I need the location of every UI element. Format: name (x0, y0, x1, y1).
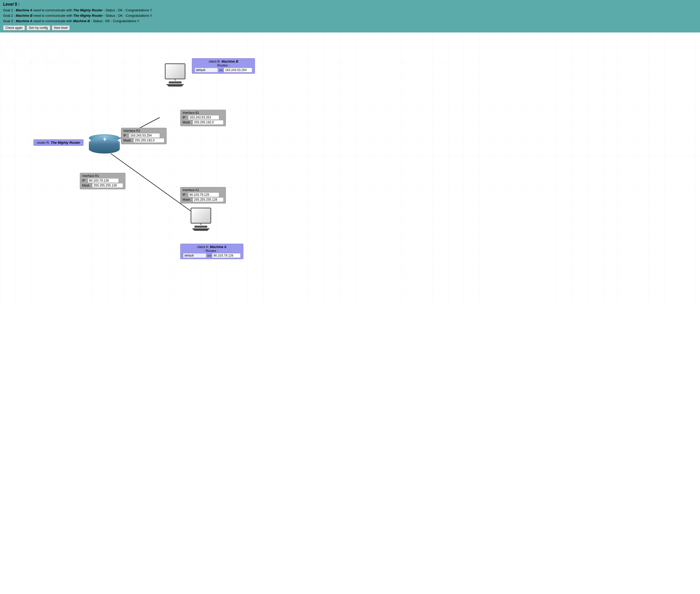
client-b-route-src[interactable] (195, 68, 218, 72)
client-a-route-dest[interactable] (212, 253, 240, 258)
action-buttons: Check again Get my config Next level (3, 25, 697, 30)
interface-b1-ip-row: IP : (182, 115, 224, 120)
interface-a1-ip-label: IP : (182, 193, 187, 197)
interface-b1-ip-label: IP : (182, 116, 187, 119)
get-config-button[interactable]: Get my config (27, 25, 50, 30)
interface-b1-box: Interface B1 IP : Mask : (180, 110, 226, 126)
next-level-button[interactable]: Next level (52, 25, 70, 30)
interface-r2-mask-label: Mask : (123, 139, 132, 142)
client-a-label: client A: (197, 245, 209, 249)
interface-b1-mask-label: Mask : (182, 121, 192, 124)
level-title: Level 5 : (3, 2, 697, 7)
network-canvas: router R: The Mighty Router ✦ Interface … (0, 32, 700, 305)
goal1-machine-b: The Mighty Router (73, 8, 102, 12)
interface-b1-title: Interface B1 (182, 111, 224, 114)
machine-b-computer (165, 63, 186, 87)
interface-r2-box: Interface R2 IP : Mask : (121, 128, 167, 144)
goal2-status: Status : OK - Congratulations !! (106, 14, 152, 18)
interface-a1-mask-row: Mask : (182, 197, 224, 202)
client-a-route-row: => (183, 253, 240, 258)
goal3-verb: need to communicate with (33, 19, 73, 23)
interface-r1-mask-row: Mask : (82, 183, 123, 188)
client-b-label: client B: (209, 60, 221, 63)
goal2-machine-a: Machine B (16, 14, 32, 18)
interface-r1-title: Interface R1 (82, 174, 123, 178)
goal3-status: Status : OK - Congratulations !! (93, 19, 139, 23)
router-label: router R: The Mighty Router (33, 139, 84, 146)
client-b-box: client B: Machine B Routes : => (192, 58, 255, 74)
interface-b1-mask-row: Mask : (182, 120, 224, 125)
goal2-verb: need to communicate with (33, 14, 73, 18)
interface-r2-ip-input[interactable] (129, 133, 160, 138)
interface-a1-ip-input[interactable] (188, 192, 219, 197)
goal1-status: Status : OK - Congratulations !! (106, 8, 152, 12)
monitor-a (191, 208, 211, 224)
client-a-title: client A: Machine A (183, 245, 240, 249)
router-arrows-icon: ✦ (102, 136, 106, 143)
interface-r2-title: Interface R2 (123, 129, 164, 133)
client-b-routes-label: Routes : (195, 63, 252, 67)
base-b (166, 84, 184, 87)
monitor-b (165, 63, 186, 79)
connection-lines (0, 32, 700, 305)
interface-a1-title: Interface A1 (182, 188, 224, 192)
client-a-route-src[interactable] (183, 253, 206, 258)
client-b-arrow: => (219, 68, 223, 72)
interface-a1-mask-input[interactable] (193, 197, 224, 202)
client-b-route-dest[interactable] (224, 68, 252, 72)
interface-r1-ip-row: IP : (82, 178, 123, 183)
goal3-machine-b: Machine B (73, 19, 90, 23)
router-name: The Mighty Router (51, 141, 80, 144)
interface-a1-ip-row: IP : (182, 192, 224, 197)
interface-r2-mask-row: Mask : (123, 138, 164, 143)
client-a-routes-label: Routes : (183, 249, 240, 253)
base-a (192, 228, 210, 231)
router-cylinder: ✦ (89, 134, 120, 155)
header: Level 5 : Goal 1 : Machine A need to com… (0, 0, 700, 32)
grid-overlay (0, 32, 77, 71)
interface-r1-mask-label: Mask : (82, 184, 91, 187)
client-b-name: Machine B (222, 60, 238, 63)
goal1-verb: need to communicate with (33, 8, 73, 12)
goal1-machine-a: Machine A (16, 8, 32, 12)
interface-a1-box: Interface A1 IP : Mask : (180, 187, 226, 203)
interface-r1-ip-label: IP : (82, 179, 87, 183)
client-b-title: client B: Machine B (195, 60, 252, 63)
check-again-button[interactable]: Check again (3, 25, 25, 30)
stand-b (169, 81, 181, 84)
goal2-machine-b: The Mighty Router (73, 14, 102, 18)
svg-rect-4 (0, 32, 77, 71)
goal-2: Goal 2 : Machine B need to communicate w… (3, 13, 697, 19)
router-label-text: router R: (37, 141, 50, 144)
interface-r1-mask-input[interactable] (92, 183, 123, 188)
goal-3: Goal 3 : Machine A need to communicate w… (3, 19, 697, 24)
interface-r1-ip-input[interactable] (88, 178, 119, 183)
interface-r2-mask-input[interactable] (133, 138, 164, 143)
goal3-machine-a: Machine A (16, 19, 32, 23)
interface-a1-mask-label: Mask : (182, 198, 192, 201)
client-a-box: client A: Machine A Routes : => (180, 244, 243, 259)
interface-b1-mask-input[interactable] (193, 120, 224, 125)
machine-a-computer (191, 208, 211, 231)
interface-b1-ip-input[interactable] (188, 115, 219, 120)
goals-section: Goal 1 : Machine A need to communicate w… (3, 8, 697, 24)
stand-a (195, 226, 207, 228)
interface-r2-ip-label: IP : (123, 134, 128, 137)
interface-r2-ip-row: IP : (123, 133, 164, 138)
router-icon: ✦ (89, 134, 700, 155)
client-b-route-row: => (195, 68, 252, 72)
goal-1: Goal 1 : Machine A need to communicate w… (3, 8, 697, 13)
client-a-arrow: => (207, 254, 211, 258)
interface-r1-box: Interface R1 IP : Mask : (80, 173, 126, 189)
client-a-name: Machine A (210, 245, 227, 249)
